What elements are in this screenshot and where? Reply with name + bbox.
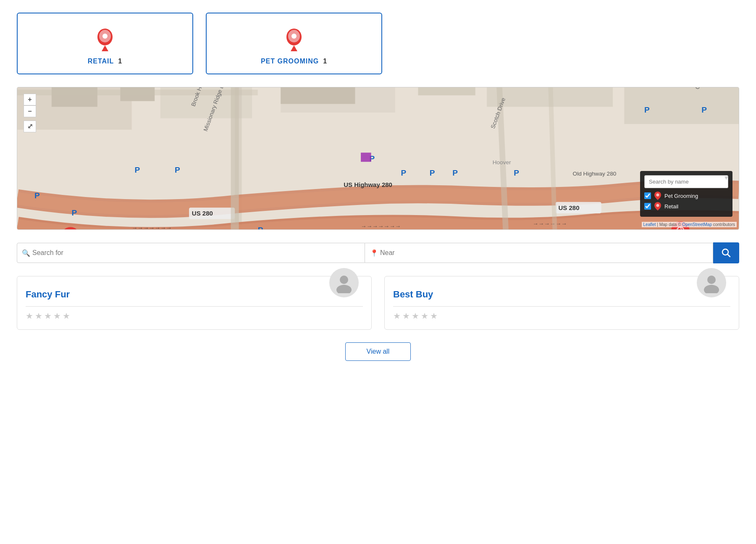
pet-grooming-pin-icon — [654, 192, 661, 200]
pet-grooming-icon — [281, 26, 307, 51]
best-buy-name: Best Buy — [393, 289, 730, 300]
svg-text:P: P — [135, 166, 140, 174]
svg-marker-7 — [291, 45, 297, 51]
svg-point-80 — [707, 276, 716, 284]
search-for-wrap: 🔍 — [17, 243, 365, 263]
svg-text:US Highway 280: US Highway 280 — [344, 181, 392, 188]
business-card-fancy-fur[interactable]: Fancy Fur ★ ★ ★ ★ ★ — [17, 276, 372, 330]
fancy-fur-divider — [26, 306, 363, 307]
map-controls: + − ⤢ — [24, 94, 36, 132]
svg-text:P: P — [452, 168, 458, 177]
star-5: ★ — [430, 311, 438, 321]
search-button[interactable] — [713, 242, 739, 263]
svg-text:P: P — [514, 168, 519, 177]
legend-item-retail: Retail — [644, 202, 728, 210]
retail-checkbox[interactable] — [644, 203, 651, 210]
star-2: ★ — [402, 311, 410, 321]
pet-grooming-label: PET GROOMING 1 — [261, 58, 327, 65]
svg-point-75 — [656, 204, 659, 207]
search-row: 🔍 📍 — [17, 242, 739, 263]
location-icon: 📍 — [370, 249, 378, 257]
person-icon — [333, 272, 354, 293]
svg-point-81 — [704, 285, 719, 293]
zoom-in-button[interactable]: + — [24, 94, 36, 105]
star-1: ★ — [393, 311, 401, 321]
fullscreen-button[interactable]: ⤢ — [24, 121, 36, 132]
person-icon-2 — [701, 272, 722, 293]
osm-link[interactable]: OpenStreetMap — [682, 222, 712, 227]
map-container[interactable]: →→→→→→→ →→→→→→→ →→→→→→ US 280 US 280 US … — [17, 87, 739, 230]
svg-point-2 — [102, 34, 108, 39]
star-3: ★ — [44, 311, 52, 321]
business-card-best-buy[interactable]: Best Buy ★ ★ ★ ★ ★ — [384, 276, 739, 330]
svg-point-79 — [336, 285, 352, 293]
view-all-wrap: View all — [17, 342, 739, 361]
zoom-out-button[interactable]: − — [24, 105, 36, 117]
star-5: ★ — [63, 311, 70, 321]
svg-line-77 — [728, 255, 730, 257]
svg-text:P: P — [644, 105, 650, 114]
category-card-pet-grooming[interactable]: PET GROOMING 1 — [206, 13, 382, 74]
retail-label: RETAIL 1 — [88, 58, 123, 65]
svg-text:P: P — [175, 166, 180, 174]
pet-grooming-checkbox[interactable] — [644, 192, 651, 199]
best-buy-divider — [393, 306, 730, 307]
view-all-button[interactable]: View all — [345, 342, 411, 361]
star-1: ★ — [26, 311, 33, 321]
svg-text:Old Highway 280: Old Highway 280 — [573, 171, 617, 177]
businesses-row: Fancy Fur ★ ★ ★ ★ ★ Best Buy ★ ★ ★ ★ ★ — [17, 276, 739, 330]
fancy-fur-stars: ★ ★ ★ ★ ★ — [26, 311, 363, 321]
category-row: RETAIL 1 PET GROOMING 1 — [17, 13, 739, 74]
leaflet-link[interactable]: Leaflet — [643, 222, 656, 227]
fancy-fur-name: Fancy Fur — [26, 289, 363, 300]
legend-collapse-button[interactable]: ▼ — [723, 174, 729, 181]
star-4: ★ — [53, 311, 61, 321]
near-input[interactable] — [365, 243, 713, 263]
svg-text:P: P — [258, 226, 263, 229]
svg-text:US 280: US 280 — [192, 210, 213, 217]
svg-text:→→→→→→→: →→→→→→→ — [132, 225, 172, 229]
svg-text:US 280: US 280 — [559, 204, 580, 211]
legend-item-pet-grooming: Pet Grooming — [644, 192, 728, 200]
best-buy-avatar — [697, 268, 726, 297]
map-search-input[interactable] — [644, 175, 728, 188]
svg-text:P: P — [34, 191, 40, 200]
retail-icon — [92, 26, 118, 51]
svg-marker-3 — [102, 45, 108, 51]
star-4: ★ — [421, 311, 428, 321]
svg-text:Hoover: Hoover — [493, 159, 511, 166]
svg-rect-15 — [418, 87, 475, 95]
svg-rect-64 — [361, 152, 371, 162]
search-for-input[interactable] — [17, 243, 365, 263]
fancy-fur-avatar — [329, 268, 359, 297]
svg-text:P: P — [72, 208, 77, 217]
svg-rect-14 — [281, 87, 355, 104]
svg-text:P: P — [430, 168, 435, 177]
map-attribution: Leaflet | Map data © OpenStreetMap contr… — [642, 222, 737, 227]
svg-point-6 — [291, 34, 297, 39]
svg-text:P: P — [401, 168, 407, 177]
category-card-retail[interactable]: RETAIL 1 — [17, 13, 193, 74]
best-buy-stars: ★ ★ ★ ★ ★ — [393, 311, 730, 321]
svg-rect-18 — [624, 87, 739, 124]
svg-text:→→→→→→: →→→→→→ — [533, 221, 567, 227]
search-icon: 🔍 — [22, 249, 30, 257]
star-3: ★ — [412, 311, 419, 321]
svg-text:P: P — [701, 105, 707, 114]
svg-point-74 — [656, 194, 659, 197]
retail-pin-icon — [654, 202, 661, 210]
near-wrap: 📍 — [365, 243, 713, 263]
search-button-icon — [722, 248, 731, 258]
svg-text:→→→→→→→: →→→→→→→ — [361, 223, 401, 229]
map-legend: ▼ Pet Grooming Retail — [640, 171, 732, 217]
map-background: →→→→→→→ →→→→→→→ →→→→→→ US 280 US 280 US … — [17, 87, 739, 229]
star-2: ★ — [35, 311, 42, 321]
svg-point-78 — [340, 276, 348, 284]
